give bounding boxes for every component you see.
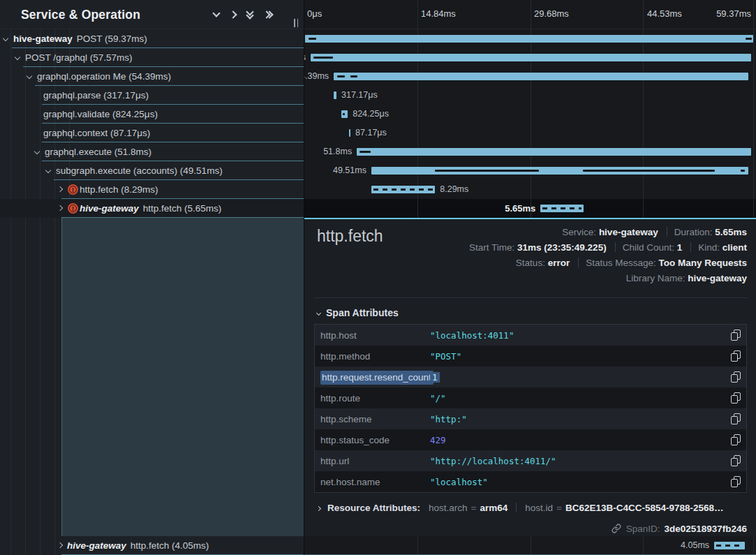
chevron-down-icon[interactable]	[15, 54, 20, 60]
double-chevron-right-icon[interactable]	[264, 12, 272, 17]
resource-attributes-row[interactable]: Resource Attributes:host.arch=arm64host.…	[317, 500, 724, 517]
metadata-value: client	[722, 242, 747, 253]
chevron-right-icon[interactable]	[229, 10, 237, 18]
chevron-down-icon[interactable]	[3, 36, 8, 41]
span-tree-row[interactable]: graphql.operation Me (54.39ms)	[0, 67, 304, 86]
attribute-key: http.method	[320, 351, 430, 362]
span-bar[interactable]	[305, 35, 753, 43]
span-bar[interactable]	[357, 148, 751, 156]
copy-icon[interactable]	[731, 413, 741, 424]
span-tree-row[interactable]: graphql.validate (824.25μs)	[0, 105, 304, 124]
chevron-right-icon[interactable]	[57, 542, 63, 548]
resource-key: host.id	[525, 503, 553, 513]
resource-attributes-title: Resource Attributes:	[327, 503, 420, 513]
span-label: graphql.validate (824.25μs)	[43, 105, 158, 124]
span-attributes-header[interactable]: Span Attributes	[317, 307, 399, 318]
timeline-axis: 0μs14.84ms29.68ms44.53ms59.37ms	[304, 0, 756, 29]
chevron-down-icon[interactable]	[27, 73, 32, 79]
attribute-value: 429	[430, 435, 725, 445]
copy-icon[interactable]	[731, 455, 741, 466]
span-label: graphql.operation Me (54.39ms)	[37, 67, 171, 86]
timeline-row[interactable]: 54.39ms	[304, 67, 756, 86]
link-icon[interactable]	[612, 524, 621, 533]
attribute-row: http.request.resend_count1	[315, 367, 746, 387]
copy-icon[interactable]	[731, 330, 741, 341]
expanded-span-region[interactable]	[61, 218, 304, 536]
metadata-label: Status:	[516, 258, 548, 268]
chevron-right-icon[interactable]	[57, 186, 63, 192]
duration-label: 59.37ms	[304, 29, 305, 48]
error-icon	[68, 184, 78, 195]
timeline-row[interactable]: 5.65ms	[304, 199, 756, 218]
resource-value: BC62E13B-C4CC-5854-9788-2568…	[565, 503, 724, 513]
span-bar[interactable]	[334, 73, 748, 80]
timeline-row[interactable]: 49.51ms	[304, 161, 756, 180]
chevron-down-icon[interactable]	[212, 9, 220, 17]
metadata-value: 31ms (23:35:49.225)	[517, 242, 607, 253]
timeline-row[interactable]: 8.29ms	[304, 180, 756, 199]
resource-value: arm64	[480, 503, 507, 513]
chevron-down-icon[interactable]	[34, 149, 40, 154]
double-chevron-down-icon[interactable]	[247, 11, 253, 18]
panel-resize-handle[interactable]	[294, 19, 301, 27]
span-tree-row[interactable]: graphql.parse (317.17μs)	[0, 86, 304, 105]
span-tree-row[interactable]: hive-gatewayhttp.fetch (4.05ms)	[0, 536, 304, 555]
span-label: hive-gatewayPOST (59.37ms)	[13, 29, 147, 48]
timeline-row[interactable]: 4.05ms	[304, 536, 756, 555]
attribute-value: "http://localhost:4011/"	[430, 456, 725, 466]
operation-name: http.fetch (8.29ms)	[80, 184, 158, 195]
span-detail-panel: http.fetch Service: hive-gatewayDuration…	[304, 218, 756, 536]
span-tree-row[interactable]: hive-gatewayPOST (59.37ms)	[0, 29, 304, 48]
span-label: graphql.context (87.17μs)	[43, 124, 150, 142]
metadata-line: Status: errorStatus Message: Too Many Re…	[469, 256, 747, 271]
copy-icon[interactable]	[731, 371, 741, 383]
span-tree-row[interactable]: subgraph.execute (accounts) (49.51ms)	[0, 161, 304, 180]
span-tree-row[interactable]: POST /graphql (57.57ms)	[0, 48, 304, 67]
metadata-line: Library Name: hive-gateway	[469, 271, 747, 286]
metadata-value: 1	[677, 242, 683, 253]
span-bar[interactable]	[714, 542, 745, 549]
span-tree-row[interactable]: http.fetch (8.29ms)	[0, 180, 304, 199]
span-tree-row[interactable]: graphql.context (87.17μs)	[0, 124, 304, 142]
child-span-mark	[360, 151, 371, 153]
duration-label: 87.17μs	[350, 124, 387, 142]
span-metadata: Service: hive-gatewayDuration: 5.65msSta…	[469, 225, 747, 286]
copy-icon[interactable]	[731, 392, 741, 404]
copy-icon[interactable]	[731, 350, 741, 362]
metadata-line: Start Time: 31ms (23:35:49.225)Child Cou…	[469, 240, 747, 256]
chevron-down-icon	[316, 311, 321, 316]
metadata-separator	[667, 227, 667, 237]
attribute-key-text: http.url	[320, 456, 349, 466]
span-bar[interactable]	[371, 186, 435, 193]
copy-icon[interactable]	[731, 434, 741, 445]
timeline-row[interactable]: 317.17μs	[304, 86, 756, 105]
operation-name: POST /graphql (57.57ms)	[25, 52, 133, 63]
copy-icon[interactable]	[731, 476, 741, 487]
axis-tick: 29.68ms	[534, 0, 569, 28]
timeline-row[interactable]: 824.25μs	[304, 105, 756, 124]
timeline-row[interactable]: 57.57ms	[304, 48, 756, 67]
span-tree-row[interactable]: graphql.execute (51.8ms)	[0, 142, 304, 161]
axis-tick: 14.84ms	[421, 0, 456, 28]
operation-name: graphql.operation Me (54.39ms)	[37, 71, 171, 82]
service-name: hive-gateway	[67, 540, 126, 551]
span-bar[interactable]	[540, 205, 584, 212]
timeline-row[interactable]: 87.17μs	[304, 124, 756, 142]
span-tree-row[interactable]: hive-gatewayhttp.fetch (5.65ms)	[0, 199, 304, 218]
timeline-row[interactable]: 51.8ms	[304, 142, 756, 161]
span-bar[interactable]	[311, 54, 751, 61]
attribute-key-text: http.host	[320, 330, 357, 341]
chevron-down-icon[interactable]	[45, 168, 51, 173]
error-icon	[68, 203, 78, 214]
attribute-value-text: 1	[430, 372, 440, 383]
metadata-label: Library Name:	[626, 273, 688, 283]
timeline-row[interactable]: 59.37ms	[304, 29, 756, 48]
child-span-mark	[343, 113, 344, 115]
operation-name: http.fetch (5.65ms)	[143, 203, 222, 214]
attribute-row: http.url"http://localhost:4011/"	[315, 450, 746, 471]
child-span-mark	[583, 170, 715, 172]
chevron-right-icon[interactable]	[57, 205, 63, 211]
operation-name: graphql.execute (51.8ms)	[45, 147, 151, 157]
span-label: hive-gatewayhttp.fetch (5.65ms)	[80, 199, 221, 218]
attribute-value-text: 429	[430, 435, 446, 445]
